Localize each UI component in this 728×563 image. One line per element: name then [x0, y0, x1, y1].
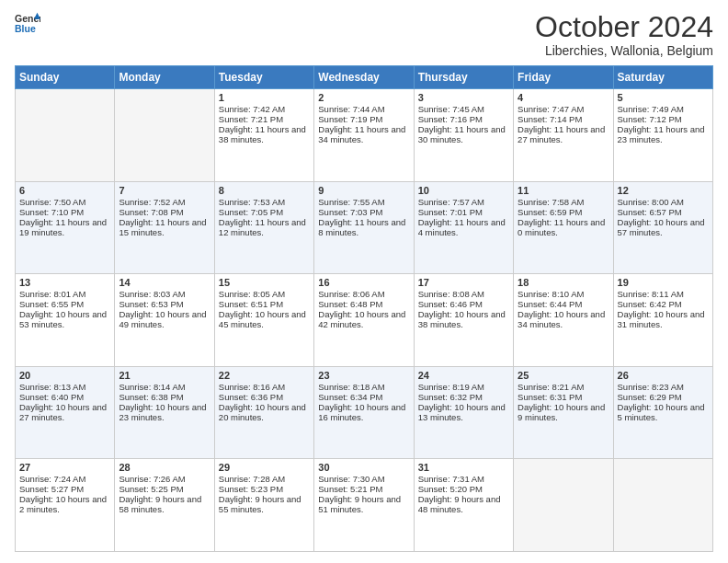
sunrise-text: Sunrise: 7:30 AM — [318, 474, 409, 484]
sunset-text: Sunset: 6:44 PM — [518, 299, 609, 309]
header-row: SundayMondayTuesdayWednesdayThursdayFrid… — [16, 66, 713, 89]
daylight-text: Daylight: 9 hours and 51 minutes. — [318, 494, 409, 514]
sunset-text: Sunset: 7:16 PM — [418, 114, 509, 124]
sunrise-text: Sunrise: 7:57 AM — [418, 197, 509, 207]
day-cell: 2Sunrise: 7:44 AMSunset: 7:19 PMDaylight… — [314, 89, 414, 182]
daylight-text: Daylight: 11 hours and 4 minutes. — [418, 217, 509, 237]
daylight-text: Daylight: 10 hours and 45 minutes. — [219, 309, 310, 329]
day-cell — [514, 459, 613, 552]
day-cell — [115, 89, 214, 182]
sunset-text: Sunset: 5:21 PM — [318, 484, 409, 494]
sunset-text: Sunset: 5:25 PM — [119, 484, 210, 494]
day-cell: 1Sunrise: 7:42 AMSunset: 7:21 PMDaylight… — [214, 89, 313, 182]
sunset-text: Sunset: 7:12 PM — [618, 114, 709, 124]
day-cell: 29Sunrise: 7:28 AMSunset: 5:23 PMDayligh… — [214, 459, 313, 552]
day-number: 17 — [418, 277, 509, 288]
daylight-text: Daylight: 11 hours and 38 minutes. — [219, 124, 310, 144]
day-cell: 25Sunrise: 8:21 AMSunset: 6:31 PMDayligh… — [514, 366, 613, 459]
day-cell: 11Sunrise: 7:58 AMSunset: 6:59 PMDayligh… — [514, 181, 613, 274]
day-cell: 18Sunrise: 8:10 AMSunset: 6:44 PMDayligh… — [514, 274, 613, 367]
day-cell: 15Sunrise: 8:05 AMSunset: 6:51 PMDayligh… — [214, 274, 313, 367]
day-number: 4 — [518, 92, 609, 103]
sunset-text: Sunset: 5:20 PM — [418, 484, 509, 494]
day-number: 7 — [119, 185, 210, 196]
daylight-text: Daylight: 10 hours and 13 minutes. — [418, 402, 509, 422]
sunset-text: Sunset: 7:01 PM — [418, 207, 509, 217]
sunrise-text: Sunrise: 8:06 AM — [318, 289, 409, 299]
day-cell: 16Sunrise: 8:06 AMSunset: 6:48 PMDayligh… — [314, 274, 414, 367]
daylight-text: Daylight: 10 hours and 27 minutes. — [19, 402, 110, 422]
day-cell — [16, 89, 115, 182]
daylight-text: Daylight: 11 hours and 34 minutes. — [318, 124, 409, 144]
sunrise-text: Sunrise: 8:18 AM — [318, 382, 409, 392]
sunrise-text: Sunrise: 7:24 AM — [19, 474, 110, 484]
col-header-thursday: Thursday — [414, 66, 513, 89]
sunrise-text: Sunrise: 7:28 AM — [219, 474, 310, 484]
sunset-text: Sunset: 7:05 PM — [219, 207, 310, 217]
day-cell: 9Sunrise: 7:55 AMSunset: 7:03 PMDaylight… — [314, 181, 414, 274]
week-row-4: 20Sunrise: 8:13 AMSunset: 6:40 PMDayligh… — [16, 366, 713, 459]
sunrise-text: Sunrise: 8:19 AM — [418, 382, 509, 392]
day-number: 9 — [318, 185, 409, 196]
day-cell: 17Sunrise: 8:08 AMSunset: 6:46 PMDayligh… — [414, 274, 513, 367]
day-number: 29 — [219, 462, 310, 473]
daylight-text: Daylight: 11 hours and 27 minutes. — [518, 124, 609, 144]
sunset-text: Sunset: 6:53 PM — [119, 299, 210, 309]
daylight-text: Daylight: 10 hours and 16 minutes. — [318, 402, 409, 422]
sunrise-text: Sunrise: 8:08 AM — [418, 289, 509, 299]
sunrise-text: Sunrise: 7:58 AM — [518, 197, 609, 207]
daylight-text: Daylight: 10 hours and 2 minutes. — [19, 494, 110, 514]
svg-text:Blue: Blue — [15, 23, 36, 34]
week-row-2: 6Sunrise: 7:50 AMSunset: 7:10 PMDaylight… — [16, 181, 713, 274]
title-block: October 2024 Liberchies, Wallonia, Belgi… — [535, 11, 713, 58]
day-cell: 4Sunrise: 7:47 AMSunset: 7:14 PMDaylight… — [514, 89, 613, 182]
sunrise-text: Sunrise: 7:44 AM — [318, 104, 409, 114]
daylight-text: Daylight: 10 hours and 42 minutes. — [318, 309, 409, 329]
day-cell: 14Sunrise: 8:03 AMSunset: 6:53 PMDayligh… — [115, 274, 214, 367]
day-number: 14 — [119, 277, 210, 288]
week-row-1: 1Sunrise: 7:42 AMSunset: 7:21 PMDaylight… — [16, 89, 713, 182]
daylight-text: Daylight: 10 hours and 57 minutes. — [618, 217, 709, 237]
day-cell: 22Sunrise: 8:16 AMSunset: 6:36 PMDayligh… — [214, 366, 313, 459]
day-number: 11 — [518, 185, 609, 196]
daylight-text: Daylight: 11 hours and 8 minutes. — [318, 217, 409, 237]
sunrise-text: Sunrise: 7:55 AM — [318, 197, 409, 207]
sunrise-text: Sunrise: 7:49 AM — [618, 104, 709, 114]
day-cell: 13Sunrise: 8:01 AMSunset: 6:55 PMDayligh… — [16, 274, 115, 367]
sunrise-text: Sunrise: 7:42 AM — [219, 104, 310, 114]
sunrise-text: Sunrise: 7:47 AM — [518, 104, 609, 114]
day-number: 27 — [19, 462, 110, 473]
sunrise-text: Sunrise: 8:05 AM — [219, 289, 310, 299]
col-header-saturday: Saturday — [613, 66, 712, 89]
sunset-text: Sunset: 7:14 PM — [518, 114, 609, 124]
daylight-text: Daylight: 10 hours and 9 minutes. — [518, 402, 609, 422]
day-number: 16 — [318, 277, 409, 288]
day-number: 31 — [418, 462, 509, 473]
day-cell: 21Sunrise: 8:14 AMSunset: 6:38 PMDayligh… — [115, 366, 214, 459]
day-cell: 31Sunrise: 7:31 AMSunset: 5:20 PMDayligh… — [414, 459, 513, 552]
daylight-text: Daylight: 11 hours and 0 minutes. — [518, 217, 609, 237]
sunrise-text: Sunrise: 8:23 AM — [618, 382, 709, 392]
sunset-text: Sunset: 7:10 PM — [19, 207, 110, 217]
sunset-text: Sunset: 7:03 PM — [318, 207, 409, 217]
sunrise-text: Sunrise: 8:01 AM — [19, 289, 110, 299]
sunset-text: Sunset: 6:42 PM — [618, 299, 709, 309]
daylight-text: Daylight: 10 hours and 20 minutes. — [219, 402, 310, 422]
daylight-text: Daylight: 11 hours and 30 minutes. — [418, 124, 509, 144]
day-number: 30 — [318, 462, 409, 473]
sunset-text: Sunset: 6:59 PM — [518, 207, 609, 217]
day-cell: 20Sunrise: 8:13 AMSunset: 6:40 PMDayligh… — [16, 366, 115, 459]
daylight-text: Daylight: 10 hours and 23 minutes. — [119, 402, 210, 422]
week-row-5: 27Sunrise: 7:24 AMSunset: 5:27 PMDayligh… — [16, 459, 713, 552]
col-header-wednesday: Wednesday — [314, 66, 414, 89]
day-number: 23 — [318, 370, 409, 381]
page: General Blue October 2024 Liberchies, Wa… — [0, 0, 728, 563]
sunset-text: Sunset: 6:36 PM — [219, 392, 310, 402]
calendar-table: SundayMondayTuesdayWednesdayThursdayFrid… — [15, 65, 713, 552]
col-header-sunday: Sunday — [16, 66, 115, 89]
daylight-text: Daylight: 11 hours and 19 minutes. — [19, 217, 110, 237]
day-number: 28 — [119, 462, 210, 473]
day-number: 26 — [618, 370, 709, 381]
sunset-text: Sunset: 7:21 PM — [219, 114, 310, 124]
sunset-text: Sunset: 6:57 PM — [618, 207, 709, 217]
